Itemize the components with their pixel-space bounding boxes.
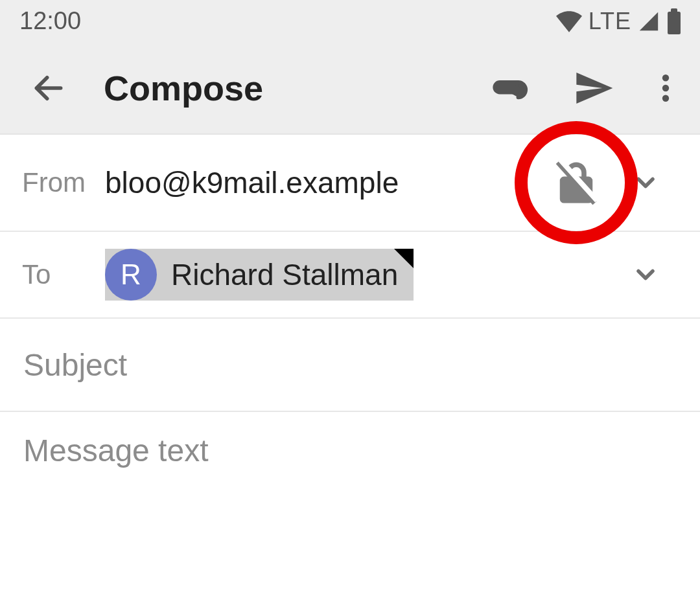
body-input[interactable] — [22, 429, 678, 594]
lock-disabled-icon — [552, 156, 601, 209]
to-row: To R Richard Stallman — [0, 232, 700, 319]
overflow-menu-button[interactable] — [636, 42, 695, 133]
svg-point-2 — [662, 74, 669, 81]
chevron-down-icon — [631, 260, 660, 289]
recipient-chips[interactable]: R Richard Stallman — [105, 249, 613, 301]
cellular-signal-icon — [638, 10, 660, 32]
encryption-toggle[interactable] — [539, 156, 613, 209]
recipients-expand[interactable] — [613, 260, 678, 289]
from-expand[interactable] — [613, 168, 678, 197]
body-area — [0, 412, 700, 594]
status-bar: 12:00 LTE — [0, 0, 700, 42]
from-address[interactable]: bloo@k9mail.example — [105, 165, 539, 200]
attachment-icon — [488, 68, 528, 108]
subject-input[interactable] — [22, 347, 678, 383]
chevron-down-icon — [631, 168, 660, 197]
status-right: LTE — [556, 8, 682, 35]
send-button[interactable] — [551, 42, 636, 133]
battery-icon — [666, 8, 682, 34]
page-title: Compose — [97, 68, 465, 108]
back-button[interactable] — [0, 42, 97, 133]
svg-rect-1 — [671, 8, 677, 13]
attach-button[interactable] — [465, 42, 551, 133]
recipient-chip[interactable]: R Richard Stallman — [105, 249, 414, 301]
status-time: 12:00 — [19, 7, 81, 35]
svg-rect-0 — [668, 12, 681, 34]
from-label: From — [22, 167, 105, 198]
svg-point-4 — [662, 95, 669, 101]
wifi-icon — [556, 10, 582, 32]
network-type-label: LTE — [589, 8, 631, 35]
to-label: To — [22, 259, 105, 290]
more-vert-icon — [648, 71, 683, 106]
subject-row — [0, 319, 700, 412]
chip-corner-indicator — [394, 249, 414, 268]
recipient-name: Richard Stallman — [157, 257, 414, 292]
send-icon — [573, 67, 614, 109]
svg-point-3 — [662, 84, 669, 91]
arrow-left-icon — [30, 70, 67, 106]
app-bar: Compose — [0, 42, 700, 135]
recipient-avatar: R — [105, 249, 157, 301]
from-row: From bloo@k9mail.example — [0, 135, 700, 232]
